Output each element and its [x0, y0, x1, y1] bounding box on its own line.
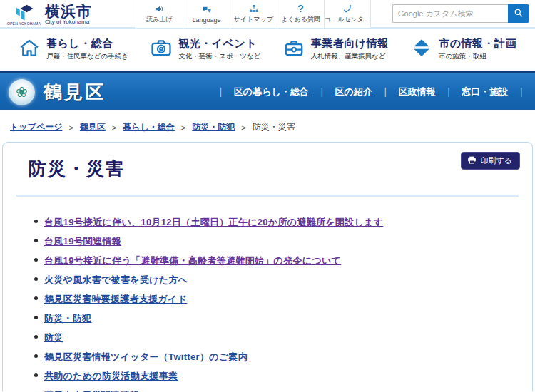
ward-banner: ❀ 鶴見区 ｜ 区の暮らし・総合 ｜ 区の紹介 ｜ 区政情報 ｜ 窓口・施設 ｜ [0, 71, 535, 110]
read-aloud-button[interactable]: 読み上げ [136, 0, 183, 28]
list-item: 鶴見区災害情報ツイッター（Twitter）のご案内 [33, 350, 532, 363]
breadcrumb-top[interactable]: トップページ [10, 121, 62, 133]
doc-link[interactable]: 台風19号関連情報 [44, 236, 121, 247]
utility-nav: 読み上げ Language サイトマップ よくある質問 コールセンター [136, 0, 371, 28]
call-center-button[interactable]: コールセンター [324, 0, 371, 28]
breadcrumb-ward[interactable]: 鶴見区 [80, 121, 106, 133]
sitemap-button[interactable]: サイトマップ [230, 0, 277, 28]
ward-nav-administration[interactable]: 区政情報 [391, 86, 444, 98]
list-item: 東日本大震災関連情報 [33, 388, 532, 392]
camera-icon [151, 37, 172, 61]
list-item: 台風19号接近に伴う「避難準備・高齢者等避難開始」の発令について [33, 254, 532, 267]
nav-item-living[interactable]: 暮らし・総合 戸籍・住民票などの手続き [19, 37, 128, 61]
site-search [392, 4, 529, 23]
ward-nav-intro[interactable]: 区の紹介 [327, 86, 379, 98]
doc-link[interactable]: 防災・防犯 [44, 313, 92, 324]
house-icon [19, 37, 40, 61]
language-button[interactable]: Language [183, 0, 230, 28]
doc-link[interactable]: 火災や風水害で被害を受けた方へ [44, 274, 188, 285]
printer-icon [467, 156, 477, 165]
sitemap-icon [248, 4, 260, 14]
search-input[interactable] [392, 4, 508, 23]
toolbox-icon [283, 37, 305, 61]
ward-emblem-icon: ❀ [9, 79, 35, 105]
breadcrumb-current: 防災・災害 [253, 121, 295, 133]
nav-item-tourism[interactable]: 観光・イベント 文化・芸術・スポーツなど [151, 37, 260, 61]
content-box: 印刷する 防災・災害 台風19号接近に伴い、10月12日（土曜日）正午に20か所… [2, 142, 533, 391]
phone-icon [342, 4, 353, 14]
speaker-icon [154, 4, 165, 14]
question-icon [297, 4, 304, 14]
city-name-en: City of Yokohama [45, 19, 92, 25]
search-button[interactable] [508, 4, 529, 23]
nav-item-city-info[interactable]: 市の情報・計画 市の施策・取組 [411, 37, 516, 61]
list-item: 防災 [33, 331, 532, 344]
city-name: 横浜市 [45, 4, 92, 19]
doc-link[interactable]: 鶴見区災害情報ツイッター（Twitter）のご案内 [44, 351, 248, 362]
doc-link[interactable]: 共助のための防災活動支援事業 [44, 371, 178, 381]
nav-item-business[interactable]: 事業者向け情報 入札情報、産業振興など [283, 37, 389, 61]
ward-nav-living[interactable]: 区の暮らし・総合 [226, 86, 317, 98]
list-item: 台風19号接近に伴い、10月12日（土曜日）正午に20か所の避難所を開設します [33, 215, 532, 229]
breadcrumb-living[interactable]: 暮らし・総合 [123, 121, 175, 133]
doc-link[interactable]: 台風19号接近に伴い、10月12日（土曜日）正午に20か所の避難所を開設します [44, 217, 383, 227]
ward-nav-facilities[interactable]: 窓口・施設 [454, 86, 516, 98]
search-icon [514, 8, 524, 20]
print-button[interactable]: 印刷する [461, 152, 520, 170]
list-item: 共助のための防災活動支援事業 [33, 369, 532, 383]
faq-button[interactable]: よくある質問 [277, 0, 324, 28]
doc-link[interactable]: 防災 [44, 332, 63, 343]
doc-link[interactable]: 鶴見区災害時要援護者支援ガイド [44, 294, 187, 304]
city-logo[interactable]: OPEN YOKOHAMA 横浜市 City of Yokohama [0, 2, 136, 26]
list-item: 鶴見区災害時要援護者支援ガイド [33, 292, 532, 306]
page-title: 防災・災害 [29, 157, 532, 180]
document-link-list: 台風19号接近に伴い、10月12日（土曜日）正午に20か所の避難所を開設します … [33, 215, 532, 392]
list-item: 火災や風水害で被害を受けた方へ [33, 273, 532, 287]
breadcrumb-bousai[interactable]: 防災・防犯 [192, 121, 235, 133]
yokohama-logo-icon: OPEN YOKOHAMA [7, 4, 41, 26]
list-item: 防災・防犯 [33, 311, 532, 325]
list-item: 台風19号関連情報 [33, 234, 532, 248]
language-icon [201, 6, 213, 15]
logo-mark-text: OPEN YOKOHAMA [7, 21, 41, 26]
ward-nav: ｜ 区の暮らし・総合 ｜ 区の紹介 ｜ 区政情報 ｜ 窓口・施設 ｜ [215, 86, 526, 98]
title-divider [16, 195, 519, 197]
category-nav: 暮らし・総合 戸籍・住民票などの手続き 観光・イベント 文化・芸術・スポーツなど… [0, 29, 535, 70]
site-header: OPEN YOKOHAMA 横浜市 City of Yokohama 読み上げ … [0, 0, 535, 29]
diamond-icon [411, 37, 432, 61]
doc-link[interactable]: 台風19号接近に伴う「避難準備・高齢者等避難開始」の発令について [44, 255, 341, 266]
breadcrumb: トップページ > 鶴見区 > 暮らし・総合 > 防災・防犯 > 防災・災害 [0, 110, 535, 142]
ward-name: 鶴見区 [44, 80, 106, 105]
